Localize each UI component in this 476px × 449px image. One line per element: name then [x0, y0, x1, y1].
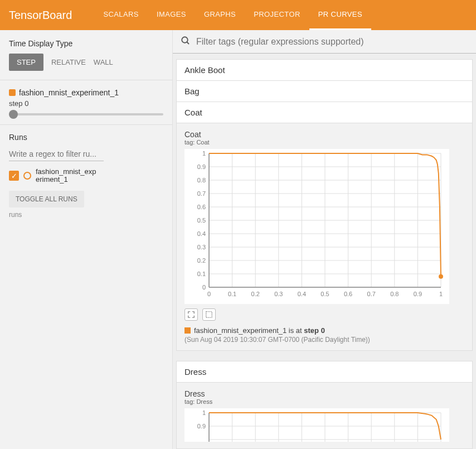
chart-tag-dress: tag: Dress: [184, 398, 464, 405]
svg-text:1: 1: [439, 291, 443, 297]
slider-thumb[interactable]: [9, 110, 18, 119]
top-bar: TensorBoard SCALARS IMAGES GRAPHS PROJEC…: [0, 0, 476, 30]
svg-text:0.9: 0.9: [197, 163, 206, 170]
svg-text:0.3: 0.3: [274, 291, 283, 297]
svg-rect-49: [206, 312, 212, 318]
svg-point-0: [182, 37, 188, 43]
tab-pr-curves[interactable]: PR CURVES: [309, 0, 371, 30]
fullscreen-icon[interactable]: [184, 308, 198, 321]
svg-text:0: 0: [202, 284, 206, 291]
search-icon: [181, 36, 191, 47]
svg-text:0.5: 0.5: [197, 217, 206, 224]
step-button[interactable]: STEP: [9, 54, 43, 71]
tab-images[interactable]: IMAGES: [148, 0, 195, 30]
nav-tabs: SCALARS IMAGES GRAPHS PROJECTOR PR CURVE…: [94, 0, 371, 30]
svg-text:0.4: 0.4: [197, 230, 206, 237]
main-content: Ankle Boot Bag Coat Coat tag: Coat: [173, 30, 476, 449]
dress-panel: Dress tag: Dress 10.9: [176, 383, 473, 449]
svg-text:0.9: 0.9: [197, 423, 206, 429]
svg-text:0.2: 0.2: [251, 291, 260, 297]
pr-curve-chart-coat[interactable]: 10.90.8 0.70.60.5 0.40.30.2 0.10 00.10.2…: [184, 149, 449, 304]
run-radio-icon[interactable]: [23, 172, 31, 180]
caption-mid: is at: [286, 326, 304, 335]
sidebar: Time Display Type STEP RELATIVE WALL fas…: [0, 30, 173, 449]
tab-scalars[interactable]: SCALARS: [94, 0, 148, 30]
app-title: TensorBoard: [9, 9, 72, 22]
accordion-dress[interactable]: Dress: [176, 361, 473, 383]
reset-zoom-icon[interactable]: [202, 308, 216, 321]
caption-run-name: fashion_mnist_experiment_1: [194, 326, 286, 335]
runs-label: Runs: [9, 133, 163, 142]
tab-graphs[interactable]: GRAPHS: [195, 0, 245, 30]
svg-text:0.7: 0.7: [367, 291, 376, 297]
pr-curve-chart-dress[interactable]: 10.9: [184, 408, 449, 442]
run-heading: fashion_mnist_experiment_1: [19, 88, 119, 97]
step-slider[interactable]: [9, 113, 163, 115]
caption-swatch: [184, 327, 191, 334]
chart-tag-coat: tag: Coat: [184, 139, 464, 146]
svg-text:0.1: 0.1: [228, 291, 236, 297]
svg-text:0.8: 0.8: [390, 291, 399, 297]
run-list-item[interactable]: ✓ fashion_mnist_experiment_1: [9, 168, 163, 184]
svg-text:0.7: 0.7: [197, 190, 206, 197]
svg-text:0.3: 0.3: [197, 244, 206, 250]
runs-footer: runs: [9, 211, 163, 219]
chart-timestamp: (Sun Aug 04 2019 10:30:07 GMT-0700 (Paci…: [184, 336, 464, 344]
svg-text:0.2: 0.2: [197, 257, 206, 264]
svg-line-1: [187, 42, 189, 44]
svg-text:1: 1: [202, 150, 206, 157]
coat-panel: Coat tag: Coat: [176, 123, 473, 351]
tab-projector[interactable]: PROJECTOR: [245, 0, 309, 30]
run-checkbox[interactable]: ✓: [9, 171, 19, 181]
step-indicator: step 0: [9, 99, 163, 108]
tag-filter-input[interactable]: [196, 37, 468, 47]
relative-button[interactable]: RELATIVE: [51, 58, 86, 66]
chart-caption: fashion_mnist_experiment_1 is at step 0: [184, 326, 464, 335]
svg-point-48: [439, 274, 443, 279]
caption-step: step 0: [304, 326, 325, 335]
wall-button[interactable]: WALL: [94, 58, 113, 66]
svg-text:0.5: 0.5: [320, 291, 329, 297]
accordion-coat[interactable]: Coat: [176, 102, 473, 123]
filter-bar: [173, 30, 476, 54]
toggle-all-runs-button[interactable]: TOGGLE ALL RUNS: [9, 191, 84, 207]
svg-text:0.6: 0.6: [344, 291, 352, 297]
run-color-swatch: [9, 89, 16, 96]
svg-text:1: 1: [202, 409, 206, 416]
svg-text:0: 0: [207, 291, 211, 297]
svg-text:0.1: 0.1: [197, 271, 206, 277]
svg-text:0.4: 0.4: [298, 291, 306, 297]
svg-text:0.6: 0.6: [197, 204, 206, 210]
runs-filter-input[interactable]: [9, 147, 104, 161]
svg-text:0.9: 0.9: [414, 291, 422, 297]
chart-title-coat: Coat: [184, 130, 464, 139]
time-display-label: Time Display Type: [9, 39, 163, 48]
accordion-bag[interactable]: Bag: [176, 81, 473, 102]
chart-title-dress: Dress: [184, 389, 464, 398]
accordion-ankle-boot[interactable]: Ankle Boot: [176, 59, 473, 81]
run-name: fashion_mnist_experiment_1: [36, 168, 97, 184]
svg-text:0.8: 0.8: [197, 177, 206, 184]
